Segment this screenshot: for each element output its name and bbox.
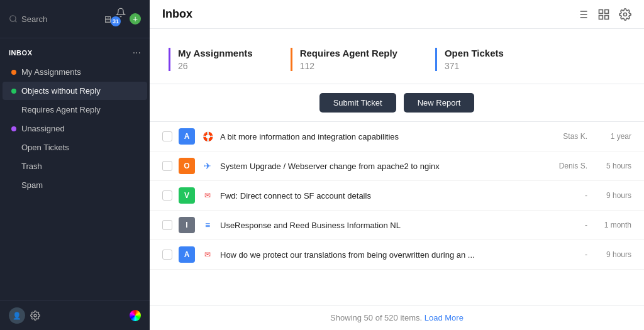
nav-item-my-assignments[interactable]: My Assignments xyxy=(3,63,147,81)
grid-icon[interactable] xyxy=(597,8,610,21)
stat-open-tickets-value: 371 xyxy=(445,61,504,71)
more-options-button[interactable]: ··· xyxy=(133,47,141,58)
header-icons xyxy=(576,8,631,21)
search-area[interactable]: Search xyxy=(9,14,96,24)
color-wheel-icon[interactable] xyxy=(130,310,141,321)
table-row[interactable]: A 🛟 A bit more information and integrati… xyxy=(150,122,644,151)
svg-point-13 xyxy=(624,13,627,16)
bell-icon[interactable]: 31 xyxy=(116,8,126,30)
table-row[interactable]: V ✉ Fwd: Direct connect to SF account de… xyxy=(150,181,644,211)
stat-requires-reply-label: Requires Agent Reply xyxy=(300,48,397,58)
submit-ticket-button[interactable]: Submit Ticket xyxy=(319,93,396,113)
svg-line-1 xyxy=(15,21,17,23)
dot-green xyxy=(11,89,16,94)
ticket-subject: How do we protect our translations from … xyxy=(220,250,537,260)
svg-rect-11 xyxy=(605,15,609,19)
svg-rect-9 xyxy=(599,9,603,13)
ticket-time: 5 hours xyxy=(594,162,631,170)
ticket-subject: A bit more information and integration c… xyxy=(220,132,537,141)
nav-label-requires-agent-reply: Requires Agent Reply xyxy=(21,105,101,114)
row-checkbox[interactable] xyxy=(162,190,172,201)
stat-my-assignments-label: My Assignments xyxy=(178,48,253,58)
ticket-assignee: - xyxy=(543,191,587,200)
settings-icon[interactable] xyxy=(619,8,631,21)
gear-icon[interactable] xyxy=(30,311,40,321)
sidebar-top: Search 🖥 31 + xyxy=(0,0,150,38)
nav-label-open-tickets: Open Tickets xyxy=(21,143,69,152)
footer-text: Showing 50 of 520 items. xyxy=(330,313,422,322)
page-title: Inbox xyxy=(162,8,192,21)
nav-item-trash[interactable]: Trash xyxy=(3,157,147,175)
ticket-subject: System Upgrade / Webserver change from a… xyxy=(220,162,537,171)
inbox-header: INBOX ··· xyxy=(9,47,141,58)
ticket-type-icon: ≡ xyxy=(201,219,214,231)
sidebar-bottom: 👤 xyxy=(0,300,150,330)
svg-point-0 xyxy=(10,16,16,21)
new-report-button[interactable]: New Report xyxy=(404,93,475,113)
search-label: Search xyxy=(21,14,47,24)
ticket-time: 9 hours xyxy=(594,191,631,200)
stat-my-assignments-value: 26 xyxy=(178,61,253,71)
top-icons: 🖥 31 + xyxy=(103,8,141,30)
stat-my-assignments: My Assignments 26 xyxy=(169,48,253,71)
inbox-section: INBOX ··· xyxy=(0,38,150,62)
ticket-subject: Fwd: Direct connect to SF account detail… xyxy=(220,191,537,201)
table-row[interactable]: O ✈ System Upgrade / Webserver change fr… xyxy=(150,151,644,181)
stat-open-tickets: Open Tickets 371 xyxy=(435,48,504,71)
nav-label-objects-without-reply: Objects without Reply xyxy=(21,86,101,96)
avatar: O xyxy=(179,158,195,174)
main-header: Inbox xyxy=(150,0,644,29)
stat-open-tickets-label: Open Tickets xyxy=(445,48,504,58)
filter-icon[interactable] xyxy=(576,8,589,21)
nav-item-objects-without-reply[interactable]: Objects without Reply xyxy=(3,82,147,100)
nav-item-requires-agent-reply[interactable]: Requires Agent Reply xyxy=(3,101,147,119)
ticket-type-icon: ✈ xyxy=(201,160,214,172)
avatar: A xyxy=(179,246,195,263)
user-avatar[interactable]: 👤 xyxy=(9,307,25,324)
nav-label-trash: Trash xyxy=(21,162,42,171)
ticket-time: 1 year xyxy=(594,132,631,141)
dot-orange xyxy=(11,70,16,75)
svg-rect-12 xyxy=(599,15,603,19)
ticket-assignee: Denis S. xyxy=(543,162,587,170)
svg-point-2 xyxy=(34,314,36,317)
row-checkbox[interactable] xyxy=(162,250,172,260)
avatar: I xyxy=(179,217,195,233)
row-checkbox[interactable] xyxy=(162,220,172,230)
stats-area: My Assignments 26 Requires Agent Reply 1… xyxy=(150,29,644,84)
nav-label-unassigned: Unassigned xyxy=(21,124,65,133)
ticket-type-icon: 🛟 xyxy=(201,130,214,143)
nav-item-unassigned[interactable]: Unassigned xyxy=(3,119,147,138)
nav-label-my-assignments: My Assignments xyxy=(21,67,81,77)
notification-badge: 31 xyxy=(111,16,121,26)
avatar: V xyxy=(179,187,195,204)
svg-rect-10 xyxy=(605,9,609,13)
ticket-time: 9 hours xyxy=(594,250,631,259)
search-icon xyxy=(9,14,18,23)
avatar: A xyxy=(179,128,195,145)
inbox-label: INBOX xyxy=(9,49,33,57)
add-button[interactable]: + xyxy=(130,13,141,25)
stat-requires-reply-value: 112 xyxy=(300,61,397,71)
stat-requires-reply: Requires Agent Reply 112 xyxy=(291,48,397,71)
sidebar: Search 🖥 31 + INBOX ··· My Assignments O… xyxy=(0,0,150,330)
buttons-area: Submit Ticket New Report xyxy=(150,84,644,122)
table-row[interactable]: A ✉ How do we protect our translations f… xyxy=(150,240,644,270)
main-content: Inbox My Assignments 26 Requires Agent R… xyxy=(150,0,644,330)
nav-item-open-tickets[interactable]: Open Tickets xyxy=(3,138,147,157)
row-checkbox[interactable] xyxy=(162,131,172,141)
ticket-assignee: - xyxy=(543,250,587,259)
table-row[interactable]: I ≡ UseResponse and Reed Business Inform… xyxy=(150,211,644,240)
dot-purple xyxy=(11,126,16,131)
row-checkbox[interactable] xyxy=(162,161,172,171)
ticket-time: 1 month xyxy=(594,221,631,229)
load-more-button[interactable]: Load More xyxy=(425,313,464,322)
ticket-assignee: Stas K. xyxy=(543,132,587,141)
nav-item-spam[interactable]: Spam xyxy=(3,176,147,194)
ticket-subject: UseResponse and Reed Business Informatio… xyxy=(220,221,537,230)
ticket-assignee: - xyxy=(543,221,587,229)
ticket-list: A 🛟 A bit more information and integrati… xyxy=(150,122,644,305)
ticket-type-icon: ✉ xyxy=(201,248,214,261)
nav-label-spam: Spam xyxy=(21,180,43,190)
list-footer: Showing 50 of 520 items. Load More xyxy=(150,305,644,330)
